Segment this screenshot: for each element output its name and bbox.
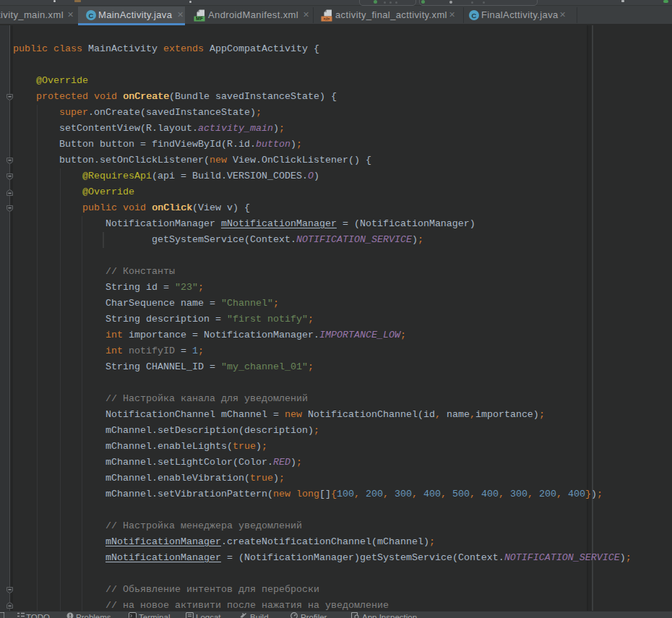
svg-text:</>: </>: [324, 16, 330, 21]
svg-text:C: C: [89, 12, 94, 20]
svg-text:C: C: [472, 12, 477, 20]
svg-text:MF: MF: [196, 16, 203, 21]
